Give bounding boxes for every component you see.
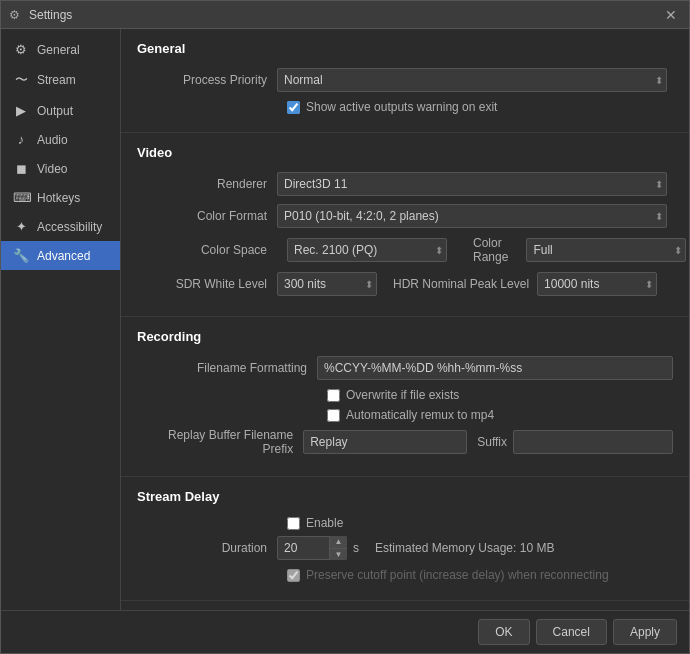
- process-priority-wrapper: Normal Above Normal High Realtime: [277, 68, 667, 92]
- process-priority-row: Process Priority Normal Above Normal Hig…: [137, 68, 673, 92]
- duration-down-arrow[interactable]: ▼: [329, 549, 347, 561]
- auto-remux-checkbox[interactable]: [327, 409, 340, 422]
- general-icon: ⚙: [13, 42, 29, 57]
- show-active-outputs-checkbox[interactable]: [287, 101, 300, 114]
- sidebar-label-stream: Stream: [37, 73, 76, 87]
- sidebar-item-output[interactable]: ▶ Output: [1, 96, 120, 125]
- stream-delay-enable-label: Enable: [306, 516, 343, 530]
- process-priority-select[interactable]: Normal Above Normal High Realtime: [277, 68, 667, 92]
- sidebar-item-video[interactable]: ◼ Video: [1, 154, 120, 183]
- replay-buffer-prefix-label: Replay Buffer Filename Prefix: [137, 428, 303, 456]
- replay-buffer-row: Replay Buffer Filename Prefix Suffix: [137, 428, 673, 456]
- renderer-row: Renderer Direct3D 11 OpenGL: [137, 172, 673, 196]
- filename-formatting-label: Filename Formatting: [137, 361, 317, 375]
- renderer-label: Renderer: [137, 177, 277, 191]
- audio-icon: ♪: [13, 132, 29, 147]
- overwrite-label: Overwrite if file exists: [346, 388, 459, 402]
- sidebar-label-advanced: Advanced: [37, 249, 90, 263]
- renderer-select[interactable]: Direct3D 11 OpenGL: [277, 172, 667, 196]
- preserve-cutoff-label: Preserve cutoff point (increase delay) w…: [306, 568, 609, 582]
- color-range-label: Color Range: [473, 236, 508, 264]
- sidebar-label-audio: Audio: [37, 133, 68, 147]
- process-priority-label: Process Priority: [137, 73, 277, 87]
- sdr-hdr-row: SDR White Level 300 nits 100 nits 200 ni…: [137, 272, 673, 296]
- sdr-white-level-select[interactable]: 300 nits 100 nits 200 nits 400 nits: [277, 272, 377, 296]
- preserve-cutoff-checkbox[interactable]: [287, 569, 300, 582]
- accessibility-icon: ✦: [13, 219, 29, 234]
- settings-window: ⚙ Settings ✕ ⚙ General 〜 Stream ▶ Output…: [0, 0, 690, 654]
- ok-button[interactable]: OK: [478, 619, 529, 645]
- color-space-wrapper: Rec. 2100 (PQ) Rec. 709 Rec. 601 sRGB: [287, 238, 447, 262]
- window-icon: ⚙: [9, 8, 23, 22]
- stream-delay-section: Stream Delay Enable Duration ▲ ▼ s: [121, 477, 689, 601]
- sidebar-label-general: General: [37, 43, 80, 57]
- duration-arrows: ▲ ▼: [329, 536, 347, 560]
- title-bar: ⚙ Settings ✕: [1, 1, 689, 29]
- content-area: General Process Priority Normal Above No…: [121, 29, 689, 610]
- sidebar-label-video: Video: [37, 162, 67, 176]
- video-section-title: Video: [137, 145, 673, 160]
- sidebar-item-accessibility[interactable]: ✦ Accessibility: [1, 212, 120, 241]
- cancel-button[interactable]: Cancel: [536, 619, 607, 645]
- preserve-cutoff-row: Preserve cutoff point (increase delay) w…: [137, 568, 673, 582]
- duration-up-arrow[interactable]: ▲: [329, 536, 347, 549]
- color-space-select[interactable]: Rec. 2100 (PQ) Rec. 709 Rec. 601 sRGB: [287, 238, 447, 262]
- sidebar-label-output: Output: [37, 104, 73, 118]
- color-format-row: Color Format P010 (10-bit, 4:2:0, 2 plan…: [137, 204, 673, 228]
- footer: OK Cancel Apply: [1, 610, 689, 653]
- sidebar: ⚙ General 〜 Stream ▶ Output ♪ Audio ◼ Vi…: [1, 29, 121, 610]
- recording-section-title: Recording: [137, 329, 673, 344]
- sdr-white-level-wrapper: 300 nits 100 nits 200 nits 400 nits: [277, 272, 377, 296]
- hotkeys-icon: ⌨: [13, 190, 29, 205]
- color-range-select[interactable]: Full Partial: [526, 238, 686, 262]
- sidebar-label-accessibility: Accessibility: [37, 220, 102, 234]
- filename-formatting-row: Filename Formatting: [137, 356, 673, 380]
- renderer-wrapper: Direct3D 11 OpenGL: [277, 172, 667, 196]
- hdr-nominal-peak-wrapper: 10000 nits 1000 nits 4000 nits: [537, 272, 657, 296]
- overwrite-row: Overwrite if file exists: [137, 388, 673, 402]
- stream-icon: 〜: [13, 71, 29, 89]
- sidebar-label-hotkeys: Hotkeys: [37, 191, 80, 205]
- sdr-white-level-label: SDR White Level: [137, 277, 277, 291]
- general-section: General Process Priority Normal Above No…: [121, 29, 689, 133]
- sidebar-item-stream[interactable]: 〜 Stream: [1, 64, 120, 96]
- stream-delay-title: Stream Delay: [137, 489, 673, 504]
- auto-remux-label: Automatically remux to mp4: [346, 408, 494, 422]
- apply-button[interactable]: Apply: [613, 619, 677, 645]
- sidebar-item-hotkeys[interactable]: ⌨ Hotkeys: [1, 183, 120, 212]
- replay-prefix-input[interactable]: [303, 430, 467, 454]
- auto-reconnect-section: Automatically Reconnect Enable Retry Del…: [121, 601, 689, 610]
- general-section-title: General: [137, 41, 673, 56]
- close-button[interactable]: ✕: [661, 5, 681, 25]
- video-icon: ◼: [13, 161, 29, 176]
- recording-section: Recording Filename Formatting Overwrite …: [121, 317, 689, 477]
- color-space-label: Color Space: [137, 243, 277, 257]
- memory-usage-label: Estimated Memory Usage: 10 MB: [375, 541, 554, 555]
- stream-delay-enable-row: Enable: [137, 516, 673, 530]
- stream-delay-enable-checkbox[interactable]: [287, 517, 300, 530]
- overwrite-checkbox[interactable]: [327, 389, 340, 402]
- hdr-nominal-peak-label: HDR Nominal Peak Level: [393, 277, 529, 291]
- color-space-row: Color Space Rec. 2100 (PQ) Rec. 709 Rec.…: [137, 236, 673, 264]
- color-format-wrapper: P010 (10-bit, 4:2:0, 2 planes) NV12 I420…: [277, 204, 667, 228]
- advanced-icon: 🔧: [13, 248, 29, 263]
- window-title: Settings: [29, 8, 661, 22]
- hdr-nominal-peak-select[interactable]: 10000 nits 1000 nits 4000 nits: [537, 272, 657, 296]
- color-format-select[interactable]: P010 (10-bit, 4:2:0, 2 planes) NV12 I420…: [277, 204, 667, 228]
- filename-formatting-input[interactable]: [317, 356, 673, 380]
- output-icon: ▶: [13, 103, 29, 118]
- auto-remux-row: Automatically remux to mp4: [137, 408, 673, 422]
- sidebar-item-general[interactable]: ⚙ General: [1, 35, 120, 64]
- sidebar-item-audio[interactable]: ♪ Audio: [1, 125, 120, 154]
- duration-row: Duration ▲ ▼ s Estimated Memory Usage: 1…: [137, 536, 673, 560]
- sidebar-item-advanced[interactable]: 🔧 Advanced: [1, 241, 120, 270]
- duration-spinbox: ▲ ▼: [277, 536, 347, 560]
- color-range-wrapper: Full Partial: [526, 238, 686, 262]
- color-format-label: Color Format: [137, 209, 277, 223]
- show-active-outputs-row: Show active outputs warning on exit: [137, 100, 673, 114]
- suffix-input[interactable]: [513, 430, 673, 454]
- main-content: ⚙ General 〜 Stream ▶ Output ♪ Audio ◼ Vi…: [1, 29, 689, 610]
- suffix-label: Suffix: [477, 435, 507, 449]
- duration-unit: s: [353, 541, 359, 555]
- show-active-outputs-label: Show active outputs warning on exit: [306, 100, 497, 114]
